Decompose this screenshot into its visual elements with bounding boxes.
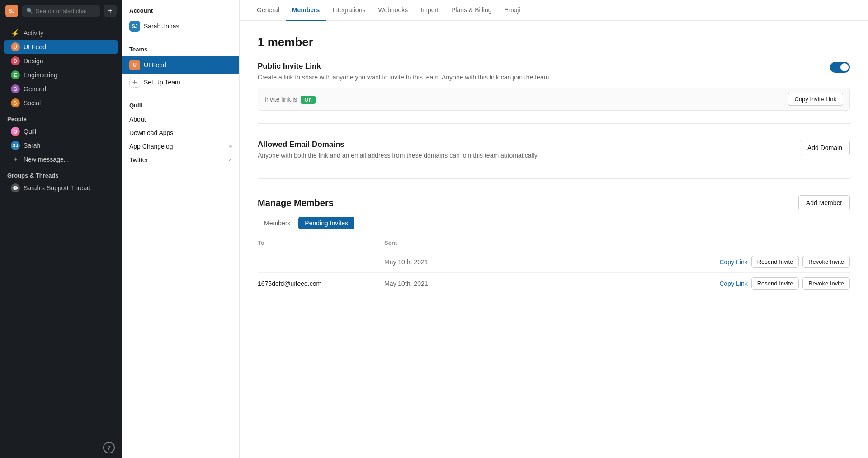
search-icon: 🔍 [26,8,33,14]
invite-link-status-prefix: Invite link is On [264,96,788,103]
revoke-invite-2[interactable]: Revoke Invite [802,277,850,290]
invite-link-title-group: Public Invite Link Create a link to shar… [258,62,830,82]
changelog-dot [229,145,232,148]
quill-section-title: Quill [122,95,239,112]
tab-members[interactable]: Members [286,0,326,21]
account-section-title: Account [122,0,239,18]
sub-tab-members[interactable]: Members [258,217,297,229]
invite-link-title: Public Invite Link [258,62,830,71]
search-bar[interactable]: 🔍 Search or start chat [22,5,100,17]
sidebar-item-label: Sarah's Support Thread [24,184,90,192]
main-content: General Members Integrations Webhooks Im… [240,0,868,458]
sidebar-item-sarahs-support[interactable]: 💬 Sarah's Support Thread [4,181,118,195]
email-domains-title: Allowed Email Domains [258,140,800,149]
member-count: 1 member [258,35,850,49]
mid-item-user[interactable]: SJ Sarah Jonas [122,18,239,35]
sidebar-item-engineering[interactable]: E Engineering [4,68,118,82]
mid-item-app-changelog[interactable]: App Changelog [122,140,239,153]
mid-item-download-apps[interactable]: Download Apps [122,126,239,140]
twitter-external-icon: ↗ [228,157,232,163]
sidebar-item-design[interactable]: D Design [4,54,118,68]
twitter-label: Twitter [129,156,148,164]
tab-bar: General Members Integrations Webhooks Im… [240,0,868,21]
row-actions-2: Copy Link Resend Invite Revoke Invite [719,277,850,290]
email-domains-header: Allowed Email Domains Anyone with both t… [258,140,850,160]
tab-general[interactable]: General [250,0,286,21]
content-area: 1 member Public Invite Link Create a lin… [240,21,868,458]
sidebar-item-general[interactable]: G General [4,82,118,96]
divider [122,37,239,37]
copy-link-2[interactable]: Copy Link [719,280,747,287]
public-invite-link-section: Public Invite Link Create a link to shar… [258,62,850,124]
table-header: To Sent [258,237,850,249]
sidebar-item-ui-feed[interactable]: U UI Feed [4,40,118,54]
groups-section-label: Groups & Threads [0,167,122,181]
tab-integrations[interactable]: Integrations [326,0,372,21]
ui-feed-icon: U [11,42,20,51]
sub-tabs: Members Pending Invites [258,217,850,229]
sidebar-item-label: Social [24,99,41,107]
manage-members-title: Manage Members [258,198,334,208]
sidebar-item-social[interactable]: S Social [4,96,118,110]
row-sent-1: May 10th, 2021 [384,258,466,266]
manage-members-section: Manage Members Add Member Members Pendin… [258,195,850,307]
sidebar-item-new-message[interactable]: + New message... [4,153,118,166]
tab-plans-billing[interactable]: Plans & Billing [445,0,498,21]
help-button[interactable]: ? [103,442,115,453]
mid-item-twitter[interactable]: Twitter ↗ [122,153,239,167]
sidebar-bottom: ? [0,437,122,458]
mid-item-ui-feed[interactable]: U UI Feed [122,56,239,74]
add-domain-button[interactable]: Add Domain [800,140,850,155]
design-icon: D [11,56,20,65]
email-domains-title-group: Allowed Email Domains Anyone with both t… [258,140,800,160]
about-label: About [129,116,146,123]
download-apps-label: Download Apps [129,129,173,136]
resend-invite-2[interactable]: Resend Invite [751,277,799,290]
ui-feed-team-label: UI Feed [144,61,166,69]
table-row: 1675defd@uifeed.com May 10th, 2021 Copy … [258,273,850,294]
invite-link-toggle[interactable] [830,62,850,73]
quill-icon: Q [11,127,20,136]
sidebar-item-activity[interactable]: ⚡ Activity [4,26,118,40]
sarah-icon: SJ [11,141,20,150]
resend-invite-1[interactable]: Resend Invite [751,256,799,268]
workspace-avatar[interactable]: SJ [5,5,18,17]
revoke-invite-1[interactable]: Revoke Invite [802,256,850,268]
sidebar-item-label: Design [24,57,43,65]
compose-button[interactable]: + [104,5,117,17]
tab-emoji[interactable]: Emoji [498,0,527,21]
left-sidebar: SJ 🔍 Search or start chat + ⚡ Activity U… [0,0,122,458]
social-icon: S [11,98,20,107]
sub-tab-pending-invites[interactable]: Pending Invites [298,217,354,229]
sidebar-item-label: Engineering [24,71,57,79]
tab-import[interactable]: Import [414,0,445,21]
invite-status-badge: On [301,96,316,104]
activity-icon: ⚡ [11,28,20,37]
sidebar-nav: ⚡ Activity U UI Feed D Design E Engineer… [0,22,122,437]
engineering-icon: E [11,70,20,79]
invite-link-header: Public Invite Link Create a link to shar… [258,62,850,82]
sidebar-header: SJ 🔍 Search or start chat + [0,0,122,22]
invite-link-box: Invite link is On Copy Invite Link [258,88,850,111]
general-icon: G [11,84,20,93]
search-placeholder: Search or start chat [36,8,87,14]
user-avatar-icon: SJ [129,21,140,32]
user-name-label: Sarah Jonas [144,23,179,30]
copy-invite-link-button[interactable]: Copy Invite Link [788,93,844,106]
copy-link-1[interactable]: Copy Link [719,258,747,266]
ui-feed-team-icon: U [129,60,140,70]
people-section-label: People [0,110,122,124]
teams-section-title: Teams [122,39,239,56]
new-message-icon: + [11,155,20,164]
sidebar-item-sarah[interactable]: SJ Sarah [4,139,118,152]
col-header-sent: Sent [384,239,466,246]
add-member-button[interactable]: Add Member [798,195,850,210]
mid-item-set-up-team[interactable]: + Set Up Team [122,74,239,91]
manage-members-header: Manage Members Add Member [258,195,850,210]
sidebar-item-label: Sarah [24,142,40,149]
allowed-email-domains-section: Allowed Email Domains Anyone with both t… [258,140,850,179]
tab-webhooks[interactable]: Webhooks [372,0,414,21]
mid-item-about[interactable]: About [122,112,239,126]
sidebar-item-quill[interactable]: Q Quill [4,125,118,138]
row-to-2: 1675defd@uifeed.com [258,280,384,287]
